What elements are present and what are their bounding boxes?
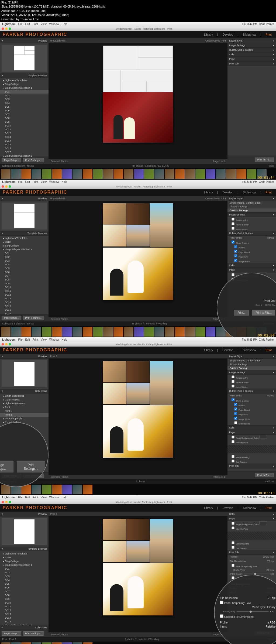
template-item[interactable]: BC12: [0, 608, 49, 612]
menu-print[interactable]: Print: [33, 23, 38, 26]
filmstrip-thumb[interactable]: [62, 642, 72, 644]
template-item[interactable]: BC1: [0, 251, 49, 255]
filmstrip[interactable]: [0, 484, 276, 495]
print-settings-button-zoom[interactable]: Print Settings...: [17, 461, 45, 472]
cutguides-checkbox[interactable]: [232, 460, 234, 462]
menu-window[interactable]: Window: [49, 23, 59, 26]
cells-header[interactable]: Cells▸: [227, 52, 276, 57]
filmstrip-thumb[interactable]: [154, 327, 164, 337]
filmstrip-thumb[interactable]: [206, 327, 215, 337]
template-item[interactable]: BC13: [0, 612, 49, 616]
collage-cell[interactable]: [126, 225, 150, 246]
print-to-file-button[interactable]: Print to File...: [255, 473, 274, 477]
layout-custom[interactable]: Custom Package: [227, 208, 276, 212]
filmstrip-thumb[interactable]: [113, 327, 123, 337]
show-guides-checkbox[interactable]: [232, 398, 234, 401]
filmstrip-thumb[interactable]: [62, 327, 72, 337]
preview-header[interactable]: ▾Preview: [0, 39, 49, 43]
folder-blogcol2[interactable]: Blog Collage Collection 2: [0, 624, 49, 625]
filmstrip-thumb[interactable]: [32, 485, 41, 494]
bleed-checkbox[interactable]: [234, 407, 237, 410]
cutguides-checkbox[interactable]: [232, 546, 234, 549]
filmstrip-thumb[interactable]: [83, 485, 92, 494]
folder-blog[interactable]: Blog Collage: [0, 82, 49, 86]
collage-cell[interactable]: [103, 563, 173, 615]
module-develop[interactable]: Develop: [221, 348, 235, 352]
menu-file[interactable]: File: [18, 23, 22, 26]
create-saved-print[interactable]: Create Saved Print: [205, 39, 226, 42]
print-settings-button[interactable]: Print Settings...: [23, 631, 44, 636]
minimize-icon[interactable]: [5, 185, 8, 188]
ruler-units-select[interactable]: Inches: [267, 237, 274, 239]
filmstrip-thumb[interactable]: [73, 485, 82, 494]
collection-item[interactable]: Color Presets: [0, 398, 49, 402]
folder-blog[interactable]: Blog Collage: [0, 559, 49, 563]
watermark-checkbox[interactable]: [232, 455, 234, 458]
identity-plate-preview[interactable]: [227, 532, 276, 540]
module-develop[interactable]: Develop: [221, 506, 235, 510]
menu-edit[interactable]: Edit: [25, 23, 30, 26]
template-browser-header[interactable]: ▾Template Browser: [0, 73, 49, 78]
filmstrip-thumb[interactable]: [1, 327, 11, 337]
mac-user[interactable]: Chris Parker: [259, 23, 274, 26]
filmstrip-thumb[interactable]: [113, 169, 123, 179]
collection-item[interactable]: Print: [0, 405, 49, 409]
template-item[interactable]: BC8: [0, 593, 49, 597]
close-icon[interactable]: [2, 185, 4, 188]
rotate-checkbox[interactable]: [232, 375, 234, 378]
filmstrip-thumb[interactable]: [42, 169, 51, 179]
template-item[interactable]: BC2: [0, 571, 49, 574]
template-item[interactable]: BC10: [0, 601, 49, 605]
bg-color-checkbox[interactable]: [232, 522, 234, 525]
filmstrip-thumb[interactable]: [73, 169, 82, 179]
collections-header[interactable]: ▾Collections: [0, 389, 49, 393]
jpeg-quality-slider[interactable]: [244, 574, 269, 574]
folder-blog[interactable]: Blog Collage: [0, 244, 49, 248]
page-setup-button[interactable]: Page Setup...: [2, 316, 21, 320]
module-library[interactable]: Library: [202, 190, 215, 194]
folder-8x10[interactable]: 8X10: [0, 240, 49, 244]
template-item[interactable]: BC9: [0, 282, 49, 285]
filmstrip-thumb[interactable]: [1, 169, 11, 179]
template-item[interactable]: BC4: [0, 578, 49, 582]
filmstrip-thumb[interactable]: [62, 485, 72, 494]
filmstrip-thumb[interactable]: [52, 327, 62, 337]
filter-label[interactable]: Filter:: [268, 165, 274, 167]
bg-color-checkbox[interactable]: [232, 436, 234, 438]
layout-picture[interactable]: Picture Package: [227, 362, 276, 366]
filmstrip-thumb[interactable]: [124, 327, 133, 337]
layout-picture[interactable]: Picture Package: [227, 205, 276, 208]
collage-cell[interactable]: [126, 361, 150, 382]
collage-cell[interactable]: [103, 383, 126, 404]
folder-lr[interactable]: Lightroom Templates: [0, 236, 49, 240]
image-settings-header[interactable]: Image Settings▾: [227, 213, 276, 217]
collage-cell[interactable]: [150, 361, 173, 405]
jpeg-quality-slider-zoom[interactable]: [237, 611, 268, 612]
template-item[interactable]: BC11: [0, 605, 49, 608]
template-item[interactable]: BC3: [0, 97, 49, 101]
filmstrip-thumb[interactable]: [124, 169, 133, 179]
collage-cell[interactable]: [103, 519, 126, 540]
template-item[interactable]: BC4: [0, 263, 49, 266]
print-to-file-button-zoom[interactable]: Print to File...: [252, 310, 275, 316]
cells-checkbox[interactable]: [234, 259, 237, 262]
print-page[interactable]: [103, 46, 173, 143]
filmstrip-thumb[interactable]: [11, 169, 21, 179]
collage-cell[interactable]: [103, 405, 173, 458]
grid-checkbox[interactable]: [234, 412, 237, 415]
layout-style-header[interactable]: Layout Style▸: [227, 39, 276, 43]
filmstrip-thumb[interactable]: [195, 327, 205, 337]
template-item[interactable]: BC7: [0, 112, 49, 116]
image-settings-header[interactable]: Image Settings▾: [227, 370, 276, 375]
folder-blogcol[interactable]: Blog Collage Collection 1: [0, 563, 49, 567]
template-item[interactable]: BC12: [0, 131, 49, 135]
module-print[interactable]: Print: [264, 348, 273, 352]
page-setup-button[interactable]: Page Setup...: [2, 631, 21, 636]
rulers-checkbox[interactable]: [234, 403, 237, 406]
folder-lr[interactable]: Lightroom Templates: [0, 78, 49, 82]
template-item[interactable]: BC15: [0, 620, 49, 624]
rulers-header[interactable]: Rulers, Grid & Guides▾: [227, 389, 276, 393]
template-item[interactable]: BC17: [0, 312, 49, 314]
collage-cell[interactable]: [150, 519, 173, 563]
template-item[interactable]: BC10: [0, 285, 49, 289]
